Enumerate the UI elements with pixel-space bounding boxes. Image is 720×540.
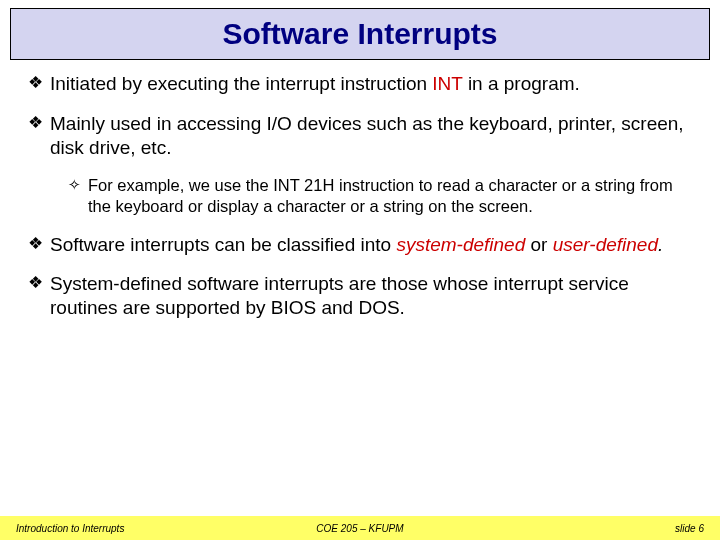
sub-bullet-item: ✧ For example, we use the INT 21H instru… — [68, 175, 692, 216]
bullet-text: Software interrupts can be classified in… — [50, 233, 663, 257]
bullet-marker-icon: ❖ — [28, 272, 50, 295]
text-segment: . — [658, 234, 663, 255]
bullet-text: Initiated by executing the interrupt ins… — [50, 72, 580, 96]
bullet-text: For example, we use the INT 21H instruct… — [88, 175, 692, 216]
keyword-int: INT — [432, 73, 462, 94]
text-segment: in a program. — [463, 73, 580, 94]
emphasis-system-defined: system-defined — [396, 234, 525, 255]
bullet-text: System-defined software interrupts are t… — [50, 272, 692, 320]
text-segment: or — [525, 234, 552, 255]
footer-left: Introduction to Interrupts — [16, 523, 245, 534]
emphasis-user-defined: user-defined — [553, 234, 658, 255]
bullet-item: ❖ System-defined software interrupts are… — [28, 272, 692, 320]
text-segment: Software interrupts can be classified in… — [50, 234, 396, 255]
sub-bullet-marker-icon: ✧ — [68, 175, 88, 195]
slide-footer: Introduction to Interrupts COE 205 – KFU… — [0, 516, 720, 540]
text-segment: Initiated by executing the interrupt ins… — [50, 73, 432, 94]
bullet-item: ❖ Mainly used in accessing I/O devices s… — [28, 112, 692, 160]
bullet-marker-icon: ❖ — [28, 233, 50, 256]
bullet-marker-icon: ❖ — [28, 72, 50, 95]
bullet-item: ❖ Initiated by executing the interrupt i… — [28, 72, 692, 96]
slide-title: Software Interrupts — [222, 17, 497, 51]
bullet-item: ❖ Software interrupts can be classified … — [28, 233, 692, 257]
slide-content: ❖ Initiated by executing the interrupt i… — [0, 60, 720, 320]
title-bar: Software Interrupts — [10, 8, 710, 60]
footer-center: COE 205 – KFUPM — [245, 523, 474, 534]
footer-right: slide 6 — [475, 523, 704, 534]
bullet-text: Mainly used in accessing I/O devices suc… — [50, 112, 692, 160]
bullet-marker-icon: ❖ — [28, 112, 50, 135]
